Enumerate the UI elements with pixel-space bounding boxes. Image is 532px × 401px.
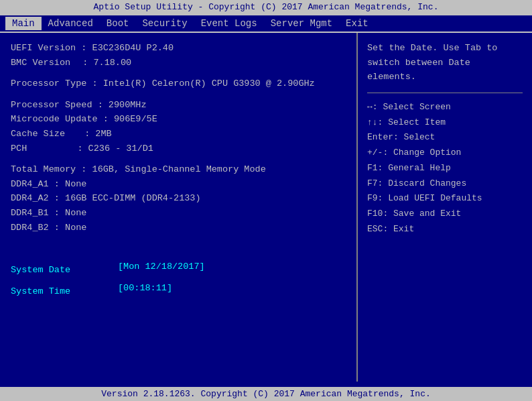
ddr4-b1-line: DDR4_B1 : None [11, 206, 346, 221]
processor-details-section: Processor Speed : 2900MHz Microcode Upda… [11, 98, 346, 156]
key-esc-label: ESC: Exit [367, 224, 414, 234]
title-text: Aptio Setup Utility - Copyright (C) 2017… [94, 2, 439, 12]
menu-item-advanced[interactable]: Advanced [42, 17, 100, 30]
pch-value: : C236 - 31/D1 [77, 144, 153, 154]
help-description: Set the Date. Use Tab to switch between … [367, 41, 523, 84]
processor-type-section: Processor Type : Intel(R) Celeron(R) CPU… [11, 76, 346, 91]
cache-label: Cache Size [11, 129, 65, 139]
cache-value: : 2MB [84, 129, 112, 139]
footer: Version 2.18.1263. Copyright (C) 2017 Am… [0, 387, 532, 401]
menu-item-servermgmt[interactable]: Server Mgmt [264, 17, 339, 30]
processor-type-value: : Intel(R) Celeron(R) CPU G3930 @ 2.90GH… [92, 78, 315, 89]
key-f7: F7: Discard Changes [367, 176, 523, 192]
ddr4-b2-line: DDR4_B2 : None [11, 221, 346, 235]
key-select-screen-label: Select Screen [383, 102, 450, 112]
cache-line: Cache Size : 2MB [11, 127, 346, 141]
key-enter-label: Enter: Select [367, 132, 435, 142]
ddr4-b2-value: : None [54, 223, 87, 233]
key-arrows-lr: ↔: [367, 102, 383, 112]
system-date-row: System Date [Mon 12/18/2017] [11, 262, 346, 279]
key-select-item: ↑↓: Select Item [367, 115, 523, 131]
ddr4-a1-line: DDR4_A1 : None [11, 177, 346, 192]
menu-item-eventlogs[interactable]: Event Logs [194, 17, 264, 30]
ddr4-b2-label: DDR4_B2 [11, 223, 49, 233]
menu-bar: Main Advanced Boot Security Event Logs S… [0, 14, 532, 33]
bmc-label: BMC Version [11, 58, 70, 68]
total-memory-line: Total Memory : 16GB, Single-Channel Memo… [11, 162, 346, 177]
menu-item-exit[interactable]: Exit [339, 17, 375, 30]
ddr4-b1-label: DDR4_B1 [11, 208, 49, 218]
help-line2: switch between Date elements. [367, 56, 523, 84]
key-f1-label: F1: General Help [367, 163, 451, 173]
left-panel: UEFI Version : E3C236D4U P2.40 BMC Versi… [0, 33, 358, 382]
ddr4-b1-value: : None [54, 208, 87, 218]
uefi-version-line: UEFI Version : E3C236D4U P2.40 [11, 41, 346, 56]
processor-type-line: Processor Type : Intel(R) Celeron(R) CPU… [11, 76, 346, 91]
ddr4-a1-value: : None [54, 179, 87, 189]
key-f7-label: F7: Discard Changes [367, 178, 466, 188]
key-select-item-label: Select Item [388, 117, 446, 127]
key-arrows-ud: ↑↓: [367, 117, 388, 127]
microcode-value: : 906E9/5E [103, 114, 157, 124]
uefi-value: : E3C236D4U P2.40 [81, 43, 174, 53]
menu-item-main[interactable]: Main [5, 17, 42, 30]
key-plusminus-label: +/-: Change Option [367, 148, 461, 158]
memory-section: Total Memory : 16GB, Single-Channel Memo… [11, 162, 346, 235]
processor-speed-line: Processor Speed : 2900MHz [11, 98, 346, 113]
help-line1: Set the Date. Use Tab to [367, 41, 523, 56]
microcode-label: Microcode Update [11, 114, 98, 124]
system-date-value[interactable]: [Mon 12/18/2017] [118, 262, 205, 279]
title-bar: Aptio Setup Utility - Copyright (C) 2017… [0, 0, 532, 14]
system-date-label: System Date [11, 262, 118, 279]
key-help-section: ↔: Select Screen ↑↓: Select Item Enter: … [367, 100, 523, 237]
microcode-line: Microcode Update : 906E9/5E [11, 112, 346, 127]
divider [367, 93, 523, 93]
key-select-screen: ↔: Select Screen [367, 100, 523, 115]
menu-item-security[interactable]: Security [135, 17, 194, 30]
system-time-row: System Time [00:18:11] [11, 283, 346, 300]
ddr4-a2-line: DDR4_A2 : 16GB ECC-DIMM (DDR4-2133) [11, 191, 346, 206]
ddr4-a1-label: DDR4_A1 [11, 179, 49, 189]
key-f9-label: F9: Load UEFI Defaults [367, 193, 482, 203]
bmc-version-line: BMC Version : 7.18.00 [11, 56, 346, 70]
footer-text: Version 2.18.1263. Copyright (C) 2017 Am… [101, 389, 430, 399]
pch-line: PCH : C236 - 31/D1 [11, 141, 346, 156]
system-time-label: System Time [11, 283, 118, 300]
bmc-value: : 7.18.00 [82, 58, 131, 68]
key-f10: F10: Save and Exit [367, 207, 523, 222]
total-memory-value: : 16GB, Single-Channel Memory Mode [81, 164, 265, 174]
system-time-value[interactable]: [00:18:11] [118, 283, 172, 300]
key-change-option: +/-: Change Option [367, 146, 523, 161]
total-memory-label: Total Memory [11, 164, 76, 174]
key-f10-label: F10: Save and Exit [367, 209, 461, 219]
content-area: UEFI Version : E3C236D4U P2.40 BMC Versi… [0, 33, 532, 382]
datetime-section: System Date [Mon 12/18/2017] System Time… [11, 262, 346, 300]
processor-speed-value: : 2900MHz [98, 100, 147, 110]
processor-speed-label: Processor Speed [11, 100, 92, 110]
pch-label: PCH [11, 144, 27, 154]
key-esc: ESC: Exit [367, 222, 523, 237]
processor-type-label: Processor Type [11, 78, 86, 89]
system-info-section: UEFI Version : E3C236D4U P2.40 BMC Versi… [11, 41, 346, 70]
ddr4-a2-label: DDR4_A2 [11, 193, 49, 203]
uefi-label: UEFI Version [11, 43, 76, 53]
ddr4-a2-value: : 16GB ECC-DIMM (DDR4-2133) [54, 193, 201, 203]
key-f9: F9: Load UEFI Defaults [367, 191, 523, 207]
key-f1: F1: General Help [367, 161, 523, 176]
right-panel: Set the Date. Use Tab to switch between … [358, 33, 532, 382]
menu-item-boot[interactable]: Boot [100, 17, 136, 30]
key-enter: Enter: Select [367, 130, 523, 146]
